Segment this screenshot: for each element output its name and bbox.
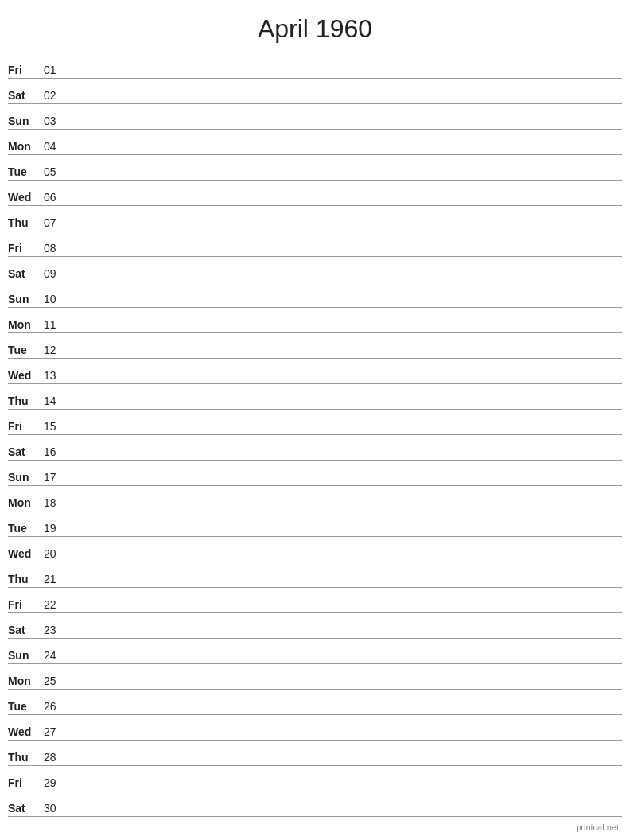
day-row: Fri15 bbox=[8, 410, 622, 435]
day-row: Sat23 bbox=[8, 613, 622, 639]
day-name: Fri bbox=[8, 420, 44, 433]
day-row: Tue05 bbox=[8, 155, 622, 181]
day-row: Tue19 bbox=[8, 511, 622, 537]
day-name: Mon bbox=[8, 140, 44, 153]
day-number: 23 bbox=[44, 624, 68, 636]
day-row: Mon11 bbox=[8, 308, 622, 333]
day-number: 14 bbox=[44, 395, 68, 407]
day-row: Sun17 bbox=[8, 461, 622, 486]
day-number: 16 bbox=[44, 445, 68, 458]
day-row: Sat02 bbox=[8, 79, 622, 104]
day-number: 19 bbox=[44, 522, 68, 535]
day-name: Wed bbox=[8, 191, 44, 204]
day-name: Sat bbox=[8, 802, 44, 815]
day-row: Wed20 bbox=[8, 537, 622, 562]
day-name: Thu bbox=[8, 751, 44, 764]
day-number: 21 bbox=[44, 573, 68, 585]
day-name: Mon bbox=[8, 496, 44, 509]
day-name: Tue bbox=[8, 165, 44, 178]
day-number: 22 bbox=[44, 598, 68, 611]
day-number: 02 bbox=[44, 89, 68, 102]
day-name: Fri bbox=[8, 598, 44, 611]
day-name: Wed bbox=[8, 725, 44, 738]
day-number: 10 bbox=[44, 293, 68, 305]
day-row: Thu21 bbox=[8, 562, 622, 588]
day-name: Tue bbox=[8, 344, 44, 356]
day-name: Mon bbox=[8, 675, 44, 687]
day-name: Tue bbox=[8, 700, 44, 713]
day-number: 08 bbox=[44, 242, 68, 255]
day-number: 11 bbox=[44, 318, 68, 331]
day-row: Fri01 bbox=[8, 53, 622, 79]
day-name: Fri bbox=[8, 242, 44, 255]
day-number: 29 bbox=[44, 776, 68, 789]
day-number: 15 bbox=[44, 420, 68, 433]
day-number: 04 bbox=[44, 140, 68, 153]
day-row: Thu14 bbox=[8, 384, 622, 410]
calendar-grid: Fri01Sat02Sun03Mon04Tue05Wed06Thu07Fri08… bbox=[0, 53, 630, 817]
day-name: Fri bbox=[8, 776, 44, 789]
day-number: 18 bbox=[44, 496, 68, 509]
day-number: 12 bbox=[44, 344, 68, 356]
day-number: 09 bbox=[44, 267, 68, 280]
day-name: Wed bbox=[8, 369, 44, 382]
day-row: Tue12 bbox=[8, 333, 622, 359]
day-row: Thu07 bbox=[8, 206, 622, 231]
day-row: Wed27 bbox=[8, 715, 622, 741]
day-name: Thu bbox=[8, 573, 44, 585]
day-name: Tue bbox=[8, 522, 44, 535]
day-row: Fri22 bbox=[8, 588, 622, 613]
day-name: Sun bbox=[8, 293, 44, 305]
day-name: Sat bbox=[8, 89, 44, 102]
day-number: 17 bbox=[44, 471, 68, 484]
day-name: Sun bbox=[8, 115, 44, 127]
day-number: 01 bbox=[44, 64, 68, 76]
day-name: Sat bbox=[8, 445, 44, 458]
footer-text: printcal.net bbox=[576, 822, 619, 832]
day-name: Wed bbox=[8, 547, 44, 560]
day-name: Fri bbox=[8, 64, 44, 76]
day-number: 13 bbox=[44, 369, 68, 382]
day-number: 24 bbox=[44, 649, 68, 662]
day-row: Fri29 bbox=[8, 766, 622, 791]
day-number: 20 bbox=[44, 547, 68, 560]
day-number: 25 bbox=[44, 675, 68, 687]
day-number: 28 bbox=[44, 751, 68, 764]
day-row: Sat30 bbox=[8, 791, 622, 817]
day-number: 05 bbox=[44, 165, 68, 178]
day-row: Sun10 bbox=[8, 282, 622, 308]
day-row: Sun03 bbox=[8, 104, 622, 130]
day-name: Sun bbox=[8, 649, 44, 662]
day-name: Sat bbox=[8, 267, 44, 280]
day-number: 26 bbox=[44, 700, 68, 713]
day-row: Fri08 bbox=[8, 231, 622, 257]
day-name: Mon bbox=[8, 318, 44, 331]
day-number: 27 bbox=[44, 725, 68, 738]
day-row: Sun24 bbox=[8, 639, 622, 664]
day-number: 07 bbox=[44, 216, 68, 229]
day-row: Thu28 bbox=[8, 741, 622, 766]
day-row: Mon25 bbox=[8, 664, 622, 690]
day-row: Mon04 bbox=[8, 130, 622, 155]
day-name: Sun bbox=[8, 471, 44, 484]
day-row: Mon18 bbox=[8, 486, 622, 511]
day-number: 06 bbox=[44, 191, 68, 204]
day-name: Thu bbox=[8, 216, 44, 229]
day-row: Tue26 bbox=[8, 690, 622, 715]
day-name: Sat bbox=[8, 624, 44, 636]
day-row: Sat16 bbox=[8, 435, 622, 461]
day-name: Thu bbox=[8, 395, 44, 407]
day-row: Wed13 bbox=[8, 359, 622, 384]
page-title: April 1960 bbox=[0, 0, 630, 53]
day-number: 30 bbox=[44, 802, 68, 815]
day-number: 03 bbox=[44, 115, 68, 127]
day-row: Wed06 bbox=[8, 181, 622, 206]
day-row: Sat09 bbox=[8, 257, 622, 282]
